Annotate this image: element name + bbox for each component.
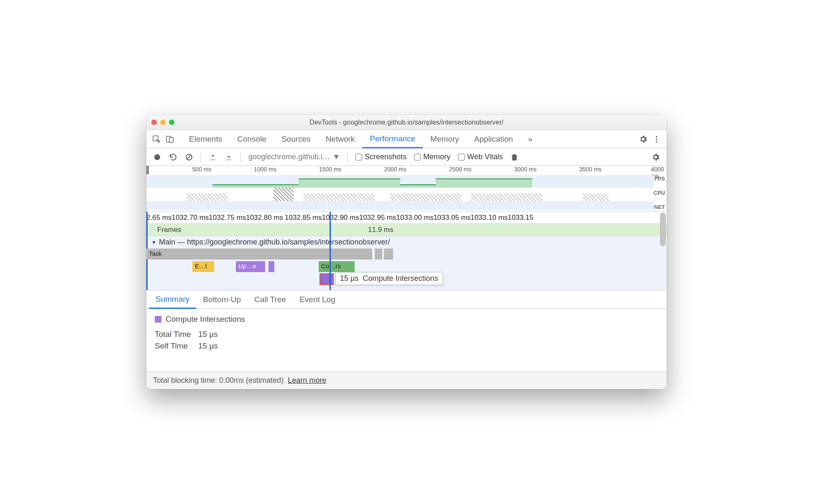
overview-net-lane [146, 201, 654, 210]
record-button[interactable] [151, 150, 164, 164]
main-track-label: Main — https://googlechrome.github.io/sa… [159, 238, 390, 247]
detail-ruler: 2.65 ms 1032.70 ms 1032.75 ms 1032.80 ms… [146, 212, 667, 224]
web-vitals-checkbox[interactable]: Web Vitals [455, 153, 505, 161]
device-toggle-icon[interactable] [163, 132, 176, 146]
screenshots-checkbox[interactable]: Screenshots [353, 153, 409, 161]
tab-bottom-up[interactable]: Bottom-Up [196, 290, 248, 308]
overview-cpu-lane [146, 188, 654, 201]
blocking-time-text: Total blocking time: 0.00ms (estimated) [153, 376, 284, 385]
flame-event[interactable] [268, 261, 274, 272]
flame-event[interactable]: Up…e [236, 261, 265, 272]
tab-application[interactable]: Application [467, 130, 521, 148]
total-time-label: Total Time [155, 330, 192, 339]
flame-event-task[interactable]: Task [146, 249, 372, 260]
flame-chart-area[interactable]: 2.65 ms 1032.70 ms 1032.75 ms 1032.80 ms… [146, 212, 667, 290]
main-tabs: Elements Console Sources Network Perform… [146, 130, 667, 148]
tab-sources[interactable]: Sources [274, 130, 318, 148]
detail-scrollbar[interactable] [660, 213, 666, 246]
total-time-value: 15 µs [198, 330, 218, 339]
playhead-marker [330, 212, 331, 290]
memory-checkbox[interactable]: Memory [412, 153, 453, 161]
devtools-window: DevTools - googlechrome.github.io/sample… [146, 115, 667, 389]
tooltip-name: Compute Intersections [363, 274, 438, 283]
tab-elements[interactable]: Elements [182, 130, 230, 148]
tab-network[interactable]: Network [318, 130, 363, 148]
recording-selector[interactable]: googlechrome.github.i… ▼ [246, 153, 343, 161]
tab-performance[interactable]: Performance [362, 130, 423, 148]
chevron-down-icon: ▼ [332, 153, 340, 161]
save-profile-button[interactable] [222, 150, 235, 164]
load-profile-button[interactable] [206, 150, 220, 164]
flame-event-task[interactable] [375, 249, 382, 260]
overview-ruler: 500 ms 1000 ms 1500 ms 2000 ms 2500 ms 3… [146, 166, 667, 174]
learn-more-link[interactable]: Learn more [288, 376, 326, 385]
event-color-swatch [155, 316, 161, 323]
summary-panel: Compute Intersections Total Time 15 µs S… [146, 309, 667, 372]
reload-record-button[interactable] [166, 150, 180, 164]
checkbox-icon [458, 154, 465, 160]
inspect-icon[interactable] [150, 132, 163, 146]
window-title: DevTools - googlechrome.github.io/sample… [146, 119, 667, 126]
frame-duration: 11.9 ms [368, 226, 393, 234]
flame-event[interactable]: E…l [192, 261, 214, 272]
svg-line-8 [187, 155, 191, 159]
performance-toolbar: googlechrome.github.i… ▼ Screenshots Mem… [146, 148, 667, 166]
recording-label: googlechrome.github.i… [248, 153, 330, 161]
tooltip-duration: 15 µs [340, 274, 358, 283]
clear-button[interactable] [182, 150, 196, 164]
self-time-value: 15 µs [198, 341, 218, 351]
timeline-overview[interactable]: 500 ms 1000 ms 1500 ms 2000 ms 2500 ms 3… [146, 166, 667, 212]
titlebar: DevTools - googlechrome.github.io/sample… [146, 115, 667, 130]
checkbox-icon [355, 154, 362, 160]
capture-settings-icon[interactable] [649, 150, 662, 164]
svg-point-4 [656, 138, 657, 140]
svg-point-6 [154, 154, 160, 160]
garbage-collect-button[interactable] [508, 150, 521, 164]
tab-console[interactable]: Console [230, 130, 274, 148]
footer: Total blocking time: 0.00ms (estimated) … [146, 372, 667, 389]
flame-event-selected[interactable] [320, 274, 333, 285]
frames-track-label: Frames [146, 226, 182, 234]
svg-point-3 [656, 136, 657, 137]
main-track[interactable]: Task E…l Up…e Co…rs 15 µs Compute Inters… [146, 249, 667, 290]
tab-summary[interactable]: Summary [149, 291, 196, 309]
details-tabs: Summary Bottom-Up Call Tree Event Log [146, 290, 667, 309]
checkbox-icon [414, 154, 421, 160]
disclosure-triangle-icon: ▼ [151, 239, 156, 245]
overview-fps-lane [146, 175, 654, 188]
more-icon[interactable] [650, 132, 663, 146]
settings-icon[interactable] [637, 132, 650, 146]
tab-event-log[interactable]: Event Log [293, 290, 342, 308]
flame-tooltip: 15 µs Compute Intersections [335, 272, 443, 285]
tabs-overflow[interactable]: » [521, 130, 540, 148]
flame-event[interactable]: Co…rs [319, 261, 355, 272]
frames-track[interactable]: Frames 11.9 ms [146, 224, 667, 236]
tab-memory[interactable]: Memory [423, 130, 467, 148]
summary-event-name: Compute Intersections [166, 315, 245, 324]
tab-call-tree[interactable]: Call Tree [248, 290, 293, 308]
flame-event-task[interactable] [384, 249, 393, 260]
self-time-label: Self Time [155, 341, 192, 351]
overview-lane-labels: FPS CPU NET [654, 176, 665, 213]
svg-point-5 [656, 141, 657, 143]
main-track-header[interactable]: ▼ Main — https://googlechrome.github.io/… [146, 236, 667, 249]
svg-rect-2 [169, 137, 173, 143]
